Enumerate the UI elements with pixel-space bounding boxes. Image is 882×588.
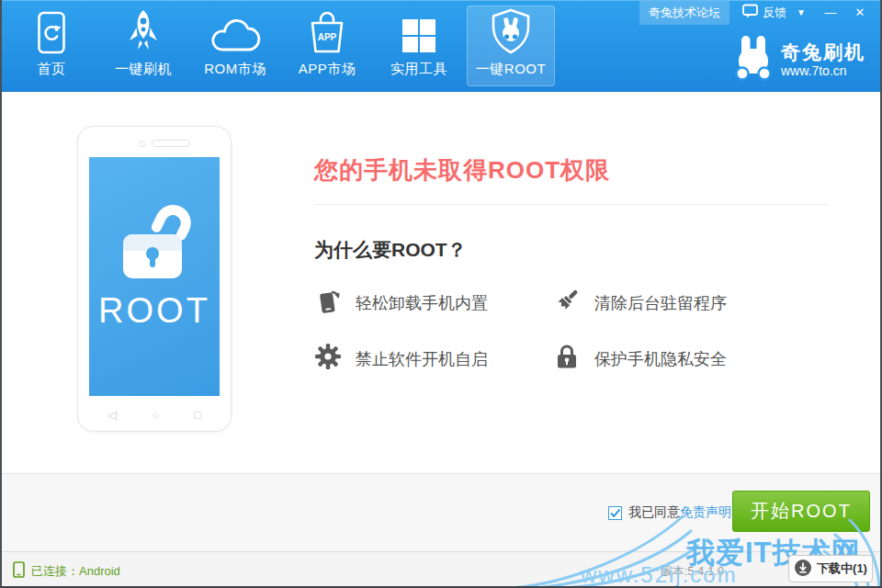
agree-row: 我已同意 免责声明 [608,504,731,521]
rabbit-logo-icon [734,35,773,85]
checkmark-icon [609,507,621,519]
agree-checkbox[interactable] [608,506,622,520]
download-label: 下载中(1) [817,560,867,577]
phone-home-icon: ○ [152,408,159,422]
app-window: 首页 一键刷机 ROM市场 APP APP市场 [0,0,882,588]
forum-button[interactable]: 奇兔技术论坛 [639,1,729,25]
feature-clean: 清除后台驻留程序 [553,287,792,319]
logo-url: www.7to.cn [781,63,865,78]
phone-recent-icon: □ [194,408,201,422]
rocket-icon [125,8,162,54]
phone-speaker-bar [152,140,190,147]
version-label: 版本:5.4.1.0 [661,563,724,580]
tools-grid-icon [401,8,437,54]
header: 首页 一键刷机 ROM市场 APP APP市场 [2,0,880,92]
bag-app-text: APP [318,32,337,42]
uninstall-phone-icon [314,287,342,319]
feature-label: 轻松卸载手机内置 [356,292,488,314]
lock-icon [553,343,581,375]
connection-status: 已连接：Android [13,561,120,581]
nav-label: ROM市场 [204,61,266,78]
unlocked-padlock-icon [108,196,200,288]
nav-item-home[interactable]: 首页 [7,6,96,86]
titlebar: 奇兔技术论坛 反馈 ▼ — ✕ [639,0,875,25]
nav-label: 一键ROOT [476,61,546,78]
feedback-button[interactable]: 反馈 [742,4,786,21]
why-root-heading: 为什么要ROOT？ [314,237,467,263]
status-bar: 已连接：Android 版本:5.4.1.0 下载中(1) [2,551,880,586]
gear-icon [314,343,342,375]
brush-icon [553,287,581,319]
logo-title: 奇兔刷机 [781,41,865,63]
download-manager-button[interactable]: 下载中(1) [788,555,873,582]
nav-item-app-market[interactable]: APP APP市场 [283,6,371,86]
feature-privacy: 保护手机隐私安全 [553,343,792,375]
disclaimer-link[interactable]: 免责声明 [680,504,731,521]
phone-back-icon: ◁ [107,408,117,422]
shield-rabbit-icon [490,8,532,54]
minimize-button[interactable]: — [816,0,845,25]
feature-label: 禁止软件开机自启 [356,348,488,370]
agree-label: 我已同意 [628,504,680,521]
page-title: 您的手机未取得ROOT权限 [314,154,610,187]
close-button[interactable]: ✕ [845,0,875,25]
nav-label: 实用工具 [390,61,447,78]
cloud-icon [209,8,262,54]
feature-autostart: 禁止软件开机自启 [314,343,553,375]
connection-label: 已连接：Android [31,563,120,580]
start-root-button[interactable]: 开始ROOT [732,491,870,532]
phone-nav-buttons: ◁ ○ □ [78,408,231,422]
main-nav: 首页 一键刷机 ROM市场 APP APP市场 [7,6,555,86]
feature-label: 保护手机隐私安全 [594,348,727,370]
nav-label: 一键刷机 [115,61,172,78]
download-circle-icon [794,559,812,580]
nav-label: 首页 [38,61,66,78]
feature-list: 轻松卸载手机内置 清除后台驻留程序 禁止软件开机自启 [314,287,829,375]
nav-item-rom-market[interactable]: ROM市场 [191,6,279,86]
phone-camera-dot [139,141,145,147]
feedback-label: 反馈 [763,5,786,21]
home-phone-refresh-icon [36,8,67,54]
brand-logo: 奇兔刷机 www.7to.cn [734,35,865,85]
nav-item-one-key-root[interactable]: 一键ROOT [467,6,555,86]
phone-illustration: ROOT ◁ ○ □ [77,126,232,432]
app-bag-icon: APP [307,8,347,54]
green-phone-icon [13,561,25,581]
dropdown-button[interactable]: ▼ [786,0,816,25]
action-bar: 我已同意 免责声明 开始ROOT [2,473,880,551]
nav-item-flash[interactable]: 一键刷机 [99,6,187,86]
speech-bubble-icon [742,4,758,21]
nav-label: APP市场 [299,61,356,78]
nav-item-tools[interactable]: 实用工具 [375,6,463,86]
phone-screen: ROOT [89,157,220,396]
root-info-panel: 您的手机未取得ROOT权限 为什么要ROOT？ 轻松卸载手机内置 清除后台驻留程… [314,92,829,473]
feature-label: 清除后台驻留程序 [594,292,727,314]
screen-root-text: ROOT [98,291,210,331]
main-content: ROOT ◁ ○ □ 您的手机未取得ROOT权限 为什么要ROOT？ 轻松卸载手… [2,92,880,473]
divider [314,204,829,205]
feature-uninstall: 轻松卸载手机内置 [314,287,553,319]
